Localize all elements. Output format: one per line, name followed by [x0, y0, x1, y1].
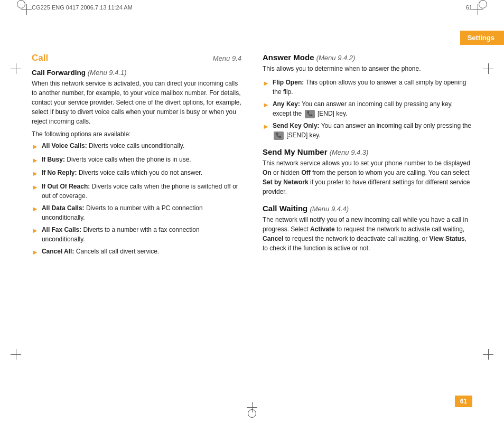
- following-options: The following options are available:: [32, 130, 241, 138]
- right-column: Answer Mode (Menu 9.4.2) This allows you…: [263, 53, 472, 391]
- list-item: ► All Voice Calls: Diverts voice calls u…: [32, 141, 241, 152]
- call-waiting-text: The network will notify you of a new inc…: [263, 215, 472, 253]
- settings-tab: Settings: [460, 31, 504, 45]
- list-item: ► All Data Calls: Diverts to a number wi…: [32, 203, 241, 222]
- bullet-text: Any Key: You can answer an incoming call…: [273, 99, 472, 118]
- bullet-arrow: ►: [32, 182, 39, 193]
- bullet-arrow: ►: [32, 142, 39, 152]
- call-title-row: Call Menu 9.4: [32, 53, 241, 64]
- bullet-text: If Out Of Reach: Diverts voice calls whe…: [42, 182, 241, 201]
- bullet-arrow: ►: [263, 121, 269, 132]
- crop-mark-bl: [11, 349, 21, 360]
- call-title: Call: [32, 53, 48, 63]
- call-waiting-section: Call Waiting (Menu 9.4.4) The network wi…: [263, 204, 472, 253]
- header-bar: CG225 ENG 0417 2006.7.13 11:24 AM 61: [32, 4, 472, 11]
- list-item: ► If No Reply: Diverts voice calls which…: [32, 168, 241, 179]
- bullet-text: Send Key Only: You can answer an incomin…: [273, 121, 472, 140]
- call-waiting-title: Call Waiting (Menu 9.4.4): [263, 204, 472, 213]
- crop-mark-br: [483, 349, 493, 360]
- bullet-arrow: ►: [263, 100, 269, 110]
- answer-mode-intro: This allows you to determine when to ans…: [263, 64, 472, 73]
- bullet-arrow: ►: [32, 247, 39, 258]
- settings-label: Settings: [468, 34, 494, 42]
- list-item: ► Send Key Only: You can answer an incom…: [263, 121, 472, 140]
- bullet-arrow: ►: [32, 204, 39, 214]
- bullet-text: All Fax Calls: Diverts to a number with …: [42, 225, 241, 244]
- bullet-arrow: ►: [32, 155, 39, 166]
- send-my-number-text: This network service allows you to set y…: [263, 158, 472, 196]
- bullet-arrow: ►: [263, 78, 269, 89]
- page-number: 61: [455, 396, 472, 407]
- bullet-text: Flip Open: This option allows you to ans…: [273, 78, 472, 97]
- bullet-arrow: ►: [32, 168, 39, 179]
- list-item: ► All Fax Calls: Diverts to a number wit…: [32, 225, 241, 244]
- bullet-text: If No Reply: Diverts voice calls which y…: [42, 168, 202, 177]
- send-key-icon: 📞: [274, 131, 284, 140]
- call-forwarding-intro: When this network service is activated, …: [32, 79, 241, 126]
- list-item: ► Flip Open: This option allows you to a…: [263, 78, 472, 97]
- answer-mode-bullets: ► Flip Open: This option allows you to a…: [263, 78, 472, 140]
- bullet-arrow: ►: [32, 225, 39, 236]
- call-forwarding-bullets: ► All Voice Calls: Diverts voice calls u…: [32, 141, 241, 257]
- reg-mark-tr: [479, 0, 487, 8]
- reg-mark-bc: [248, 409, 256, 418]
- header-page: 61: [466, 4, 472, 11]
- list-item: ► If Busy: Diverts voice calls when the …: [32, 155, 241, 166]
- content-area: Call Menu 9.4 Call Forwarding (Menu 9.4.…: [32, 53, 472, 391]
- list-item: ► Any Key: You can answer an incoming ca…: [263, 99, 472, 118]
- call-forwarding-title: Call Forwarding (Menu 9.4.1): [32, 69, 241, 77]
- header-text: CG225 ENG 0417 2006.7.13 11:24 AM: [32, 4, 133, 11]
- crop-mark-mr: [483, 63, 493, 74]
- list-item: ► Cancel All: Cancels all call divert se…: [32, 247, 241, 258]
- left-column: Call Menu 9.4 Call Forwarding (Menu 9.4.…: [32, 53, 241, 391]
- send-my-number-title: Send My Number (Menu 9.4.3): [263, 147, 472, 156]
- bullet-text: Cancel All: Cancels all call divert serv…: [42, 247, 159, 256]
- answer-mode-section: Answer Mode (Menu 9.4.2) This allows you…: [263, 53, 472, 140]
- page: CG225 ENG 0417 2006.7.13 11:24 AM 61 Set…: [0, 0, 504, 423]
- answer-mode-title: Answer Mode (Menu 9.4.2): [263, 53, 472, 62]
- call-forwarding-section: Call Forwarding (Menu 9.4.1) When this n…: [32, 69, 241, 257]
- send-my-number-section: Send My Number (Menu 9.4.3) This network…: [263, 147, 472, 196]
- reg-mark-tl: [17, 0, 25, 8]
- end-key-icon: 📞: [305, 110, 315, 118]
- list-item: ► If Out Of Reach: Diverts voice calls w…: [32, 182, 241, 201]
- bullet-text: All Data Calls: Diverts to a number with…: [42, 203, 241, 222]
- crop-mark-ml: [11, 63, 21, 74]
- bullet-text: If Busy: Diverts voice calls when the ph…: [42, 155, 191, 164]
- call-menu-ref: Menu 9.4: [213, 54, 241, 62]
- bullet-text: All Voice Calls: Diverts voice calls unc…: [42, 141, 184, 151]
